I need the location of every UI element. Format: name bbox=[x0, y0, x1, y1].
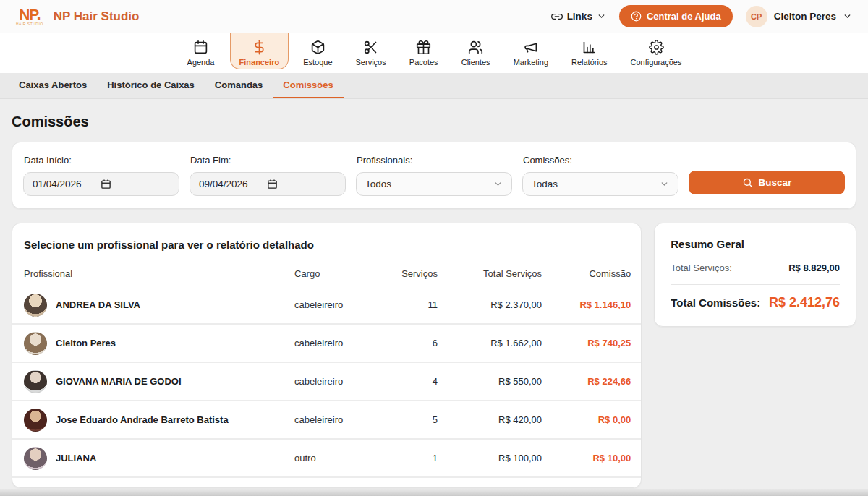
commission-cell: R$ 224,66 bbox=[542, 376, 631, 387]
nav-item-label: Relatórios bbox=[571, 58, 608, 67]
nav-item-estoque[interactable]: Estoque bbox=[294, 33, 341, 73]
report-heading: Selecione um profissional para ver o rel… bbox=[12, 223, 641, 251]
commissions-select[interactable]: Todas bbox=[522, 172, 678, 196]
role-cell: cabeleireiro bbox=[294, 338, 381, 349]
column-header-total-services: Total Serviços bbox=[438, 268, 542, 279]
users-icon bbox=[468, 38, 483, 56]
filter-professionals: Profissionais: Todos bbox=[356, 153, 512, 196]
role-cell: cabeleireiro bbox=[294, 376, 381, 387]
nav-item-label: Pacotes bbox=[409, 58, 438, 67]
page-title: Comissões bbox=[12, 114, 868, 130]
help-center-label: Central de Ajuda bbox=[647, 11, 721, 22]
nav-item-label: Estoque bbox=[303, 58, 332, 67]
professional-name: GIOVANA MARIA DE GODOI bbox=[56, 376, 182, 387]
summary-commissions-value: R$ 2.412,76 bbox=[769, 295, 840, 310]
chevron-down-icon bbox=[493, 179, 503, 189]
help-circle-icon bbox=[631, 11, 642, 22]
nav-item-label: Serviços bbox=[356, 58, 386, 67]
gift-icon bbox=[416, 38, 431, 56]
links-menu[interactable]: Links bbox=[551, 11, 606, 22]
filter-end-date: Data Fim: 09/04/2026 bbox=[190, 153, 346, 196]
chevron-down-icon bbox=[843, 12, 852, 21]
services-count-cell: 6 bbox=[381, 338, 438, 349]
user-menu[interactable]: CP Cleiton Peres bbox=[746, 6, 852, 27]
calendar-picker-icon[interactable] bbox=[101, 179, 111, 189]
column-header-role: Cargo bbox=[294, 268, 381, 279]
nav-item-agenda[interactable]: Agenda bbox=[178, 33, 224, 73]
table-row[interactable]: Jose Eduardo Andrade Barreto Batista cab… bbox=[12, 401, 641, 440]
nav-item-clientes[interactable]: Clientes bbox=[453, 33, 499, 73]
link-icon bbox=[551, 11, 563, 22]
role-cell: cabeleireiro bbox=[294, 414, 381, 425]
nav-item-label: Clientes bbox=[461, 58, 490, 67]
tab-comissoes[interactable]: Comissões bbox=[273, 73, 343, 98]
search-button[interactable]: Buscar bbox=[689, 171, 845, 194]
summary-commissions-row: Total Comissões: R$ 2.412,76 bbox=[671, 295, 840, 310]
services-count-cell: 11 bbox=[381, 299, 438, 310]
table-row[interactable]: ANDREA DA SILVA cabeleireiro 11 R$ 2.370… bbox=[12, 286, 641, 325]
total-services-cell: R$ 550,00 bbox=[438, 376, 542, 387]
summary-title: Resumo Geral bbox=[671, 238, 840, 250]
commissions-report-card: Selecione um profissional para ver o rel… bbox=[12, 223, 642, 488]
help-center-button[interactable]: Central de Ajuda bbox=[619, 5, 733, 27]
professionals-select[interactable]: Todos bbox=[356, 172, 512, 196]
summary-commissions-label: Total Comissões: bbox=[671, 296, 760, 309]
start-date-input[interactable]: 01/04/2026 bbox=[23, 172, 179, 196]
calendar-picker-icon[interactable] bbox=[267, 179, 278, 189]
filters-card: Data Início: 01/04/2026 Data Fim: 09/04/… bbox=[12, 142, 856, 209]
tab-comandas[interactable]: Comandas bbox=[205, 73, 273, 98]
chevron-down-icon bbox=[660, 179, 669, 189]
divider bbox=[671, 284, 840, 285]
professional-cell: GIOVANA MARIA DE GODOI bbox=[24, 370, 294, 393]
professional-name: Cleiton Peres bbox=[56, 338, 116, 349]
gear-icon bbox=[649, 38, 664, 56]
end-date-input[interactable]: 09/04/2026 bbox=[190, 172, 346, 196]
nav-item-relatorios[interactable]: Relatórios bbox=[563, 33, 616, 73]
start-date-value: 01/04/2026 bbox=[33, 179, 82, 189]
package-icon bbox=[310, 38, 326, 56]
nav-item-configuracoes[interactable]: Configurações bbox=[622, 33, 691, 73]
commission-cell: R$ 1.146,10 bbox=[542, 299, 631, 310]
end-date-value: 09/04/2026 bbox=[199, 179, 248, 189]
nav-item-pacotes[interactable]: Pacotes bbox=[401, 33, 447, 73]
tab-caixas-abertos[interactable]: Caixas Abertos bbox=[9, 73, 97, 98]
tab-historico-de-caixas[interactable]: Histórico de Caixas bbox=[97, 73, 205, 98]
table-row[interactable]: Cleiton Peres cabeleireiro 6 R$ 1.662,00… bbox=[12, 325, 641, 363]
role-cell: cabeleireiro bbox=[294, 299, 381, 310]
avatar bbox=[24, 332, 47, 355]
professional-cell: Cleiton Peres bbox=[24, 332, 294, 355]
content-area: Selecione um profissional para ver o rel… bbox=[12, 223, 856, 488]
links-label: Links bbox=[567, 11, 592, 22]
table-row[interactable]: GIOVANA MARIA DE GODOI cabeleireiro 4 R$… bbox=[12, 363, 641, 401]
nav-item-label: Configurações bbox=[631, 58, 682, 67]
filter-commissions: Comissões: Todas bbox=[522, 153, 678, 196]
viewport-bottom-shadow bbox=[0, 489, 868, 496]
professional-cell: ANDREA DA SILVA bbox=[24, 294, 294, 317]
app-logo[interactable]: NP. HAIR STUDIO bbox=[16, 7, 43, 26]
professionals-label: Profissionais: bbox=[357, 155, 512, 166]
professional-name: JULIANA bbox=[56, 453, 96, 463]
column-header-services: Serviços bbox=[381, 268, 438, 279]
column-header-professional: Profissional bbox=[24, 268, 294, 279]
scissors-icon bbox=[363, 38, 378, 56]
avatar bbox=[24, 447, 47, 470]
chevron-down-icon bbox=[597, 12, 606, 21]
bar-chart-icon bbox=[582, 38, 597, 56]
summary-services-row: Total Serviços: R$ 8.829,00 bbox=[671, 262, 840, 273]
commission-cell: R$ 0,00 bbox=[542, 414, 631, 425]
services-count-cell: 5 bbox=[381, 414, 438, 425]
nav-item-servicos[interactable]: Serviços bbox=[347, 33, 395, 73]
logo-subtext: HAIR STUDIO bbox=[16, 22, 43, 26]
filter-actions: Buscar bbox=[689, 153, 845, 196]
nav-item-marketing[interactable]: Marketing bbox=[505, 33, 557, 73]
nav-item-financeiro[interactable]: Financeiro bbox=[230, 33, 289, 69]
summary-services-label: Total Serviços: bbox=[671, 262, 732, 273]
table-row[interactable]: JULIANA outro 1 R$ 100,00 R$ 10,00 bbox=[12, 440, 641, 478]
commissions-selected-value: Todas bbox=[532, 179, 558, 189]
professional-name: Jose Eduardo Andrade Barreto Batista bbox=[56, 414, 229, 425]
nav-item-label: Financeiro bbox=[239, 58, 280, 67]
calendar-icon bbox=[193, 38, 208, 56]
search-icon bbox=[742, 177, 753, 188]
commissions-label: Comissões: bbox=[523, 155, 678, 166]
professional-cell: JULIANA bbox=[24, 447, 294, 470]
